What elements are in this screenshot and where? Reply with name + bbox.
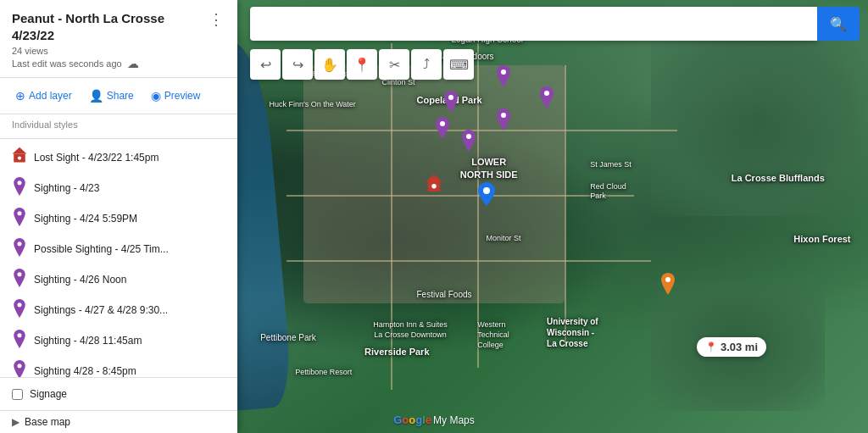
base-map-row[interactable]: ▶ Base map bbox=[0, 410, 237, 433]
preview-button[interactable]: ◉ Preview bbox=[144, 85, 208, 107]
add-layer-button[interactable]: ⊕ Add layer bbox=[8, 85, 79, 107]
svg-point-16 bbox=[17, 241, 21, 246]
sidebar-header: Peanut - North La Crosse 4/23/22 ⋮ 24 vi… bbox=[0, 0, 237, 78]
road-v1 bbox=[391, 43, 392, 390]
sighting-label-0: Lost Sight - 4/23/22 1:45pm bbox=[34, 152, 159, 164]
svg-marker-12 bbox=[13, 147, 27, 154]
add-layer-icon: ⊕ bbox=[15, 89, 25, 103]
svg-point-17 bbox=[17, 272, 21, 276]
sighting-pin-0 bbox=[12, 147, 27, 169]
svg-point-15 bbox=[17, 211, 21, 215]
svg-point-5 bbox=[544, 91, 549, 96]
svg-marker-7 bbox=[426, 175, 442, 181]
base-map-label: Base map bbox=[25, 416, 70, 428]
draw-line-button[interactable]: ✂ bbox=[379, 49, 409, 80]
svg-point-1 bbox=[440, 121, 445, 126]
signage-checkbox[interactable] bbox=[12, 389, 23, 400]
svg-point-2 bbox=[466, 134, 471, 139]
search-input[interactable] bbox=[250, 7, 817, 41]
sighting-pin-1 bbox=[12, 177, 27, 199]
sighting-item-4[interactable]: Sighting - 4/26 Noon bbox=[0, 264, 237, 295]
map-pin-4[interactable] bbox=[495, 108, 512, 130]
map-pin-blue[interactable] bbox=[477, 182, 496, 206]
svg-point-8 bbox=[431, 184, 436, 188]
sighting-label-2: Sighting - 4/24 5:59PM bbox=[34, 213, 137, 225]
map-pin-3[interactable] bbox=[460, 130, 477, 152]
share-button[interactable]: 👤 Share bbox=[82, 85, 141, 107]
sighting-pin-6 bbox=[12, 330, 27, 352]
road-h2 bbox=[287, 195, 634, 197]
distance-badge: 📍 3.03 mi bbox=[697, 337, 766, 357]
signage-section: Signage bbox=[0, 377, 237, 410]
road-h1 bbox=[287, 130, 677, 131]
map-pin-found[interactable] bbox=[659, 273, 676, 295]
map-controls: ↩ ↪ ✋ 📍 ✂ ⤴ ⌨ bbox=[250, 49, 474, 80]
sightings-list[interactable]: Lost Sight - 4/23/22 1:45pm Sighting - 4… bbox=[0, 139, 237, 377]
map-pin-6[interactable] bbox=[538, 86, 555, 108]
more-options-button[interactable]: ⋮ bbox=[207, 10, 225, 29]
preview-icon: ◉ bbox=[151, 89, 161, 103]
svg-point-19 bbox=[17, 333, 21, 337]
top-bar: 🔍 bbox=[250, 7, 860, 41]
map-title: Peanut - North La Crosse 4/23/22 bbox=[12, 10, 207, 43]
sighting-pin-4 bbox=[12, 269, 27, 291]
map-pin-2[interactable] bbox=[434, 117, 451, 139]
sidebar-toolbar: ⊕ Add layer 👤 Share ◉ Preview bbox=[0, 78, 237, 114]
cloud-save-icon: ☁ bbox=[127, 57, 139, 70]
svg-point-10 bbox=[483, 187, 490, 194]
distance-value: 3.03 mi bbox=[721, 341, 758, 353]
sighting-label-3: Possible Sighting - 4/25 Tim... bbox=[34, 243, 169, 255]
svg-point-13 bbox=[18, 156, 21, 159]
sidebar: Peanut - North La Crosse 4/23/22 ⋮ 24 vi… bbox=[0, 0, 237, 433]
road-h3 bbox=[287, 260, 651, 262]
forest-northeast bbox=[651, 22, 868, 217]
sidebar-meta-edit: Last edit was seconds ago ☁ bbox=[12, 57, 225, 70]
signage-label: Signage bbox=[30, 388, 67, 400]
preview-label: Preview bbox=[164, 90, 201, 102]
marker-button[interactable]: 📍 bbox=[347, 49, 377, 80]
sighting-item-1[interactable]: Sighting - 4/23 bbox=[0, 173, 237, 203]
sighting-item-0[interactable]: Lost Sight - 4/23/22 1:45pm bbox=[0, 142, 237, 173]
undo-button[interactable]: ↩ bbox=[250, 49, 281, 80]
views-count: 24 views bbox=[12, 46, 48, 56]
directions-button[interactable]: ⤴ bbox=[411, 49, 442, 80]
sighting-pin-7 bbox=[12, 360, 27, 377]
sidebar-meta: 24 views bbox=[12, 46, 225, 56]
sighting-item-6[interactable]: Sighting - 4/28 11:45am bbox=[0, 325, 237, 356]
sighting-label-7: Sighting 4/28 - 8:45pm bbox=[34, 365, 136, 377]
svg-point-18 bbox=[17, 303, 21, 307]
sidebar-title-row: Peanut - North La Crosse 4/23/22 ⋮ bbox=[12, 10, 225, 43]
share-icon: 👤 bbox=[89, 89, 103, 103]
add-layer-label: Add layer bbox=[29, 90, 72, 102]
measure-button[interactable]: ⌨ bbox=[443, 49, 474, 80]
map-pin-5[interactable] bbox=[495, 65, 512, 87]
share-label: Share bbox=[107, 90, 134, 102]
last-edit-text: Last edit was seconds ago bbox=[12, 58, 122, 69]
signage-row: Signage bbox=[12, 385, 225, 403]
map-pin-1[interactable] bbox=[442, 91, 459, 113]
svg-point-9 bbox=[665, 277, 670, 282]
search-icon: 🔍 bbox=[830, 16, 847, 32]
sighting-item-7[interactable]: Sighting 4/28 - 8:45pm bbox=[0, 356, 237, 377]
sighting-label-4: Sighting - 4/26 Noon bbox=[34, 274, 126, 286]
road-v3 bbox=[565, 65, 566, 347]
sighting-pin-3 bbox=[12, 238, 27, 260]
svg-point-4 bbox=[501, 69, 506, 75]
svg-point-3 bbox=[501, 113, 506, 118]
hand-tool-button[interactable]: ✋ bbox=[314, 49, 345, 80]
search-button[interactable]: 🔍 bbox=[817, 7, 860, 41]
redo-button[interactable]: ↪ bbox=[282, 49, 313, 80]
sighting-item-2[interactable]: Sighting - 4/24 5:59PM bbox=[0, 203, 237, 234]
sighting-label-5: Sightings - 4/27 & 4/28 9:30... bbox=[34, 304, 168, 316]
sighting-label-6: Sighting - 4/28 11:45am bbox=[34, 335, 142, 347]
sighting-item-5[interactable]: Sightings - 4/27 & 4/28 9:30... bbox=[0, 295, 237, 325]
map-pin-lost[interactable] bbox=[426, 173, 442, 195]
sighting-pin-5 bbox=[12, 299, 27, 321]
sighting-label-1: Sighting - 4/23 bbox=[34, 182, 99, 194]
svg-point-14 bbox=[17, 180, 21, 185]
sighting-item-3[interactable]: Possible Sighting - 4/25 Tim... bbox=[0, 234, 237, 264]
sighting-pin-2 bbox=[12, 208, 27, 230]
layer-title: Individual styles bbox=[12, 119, 225, 130]
google-branding: Google My Maps bbox=[393, 414, 475, 426]
layer-section: Individual styles bbox=[0, 114, 237, 139]
